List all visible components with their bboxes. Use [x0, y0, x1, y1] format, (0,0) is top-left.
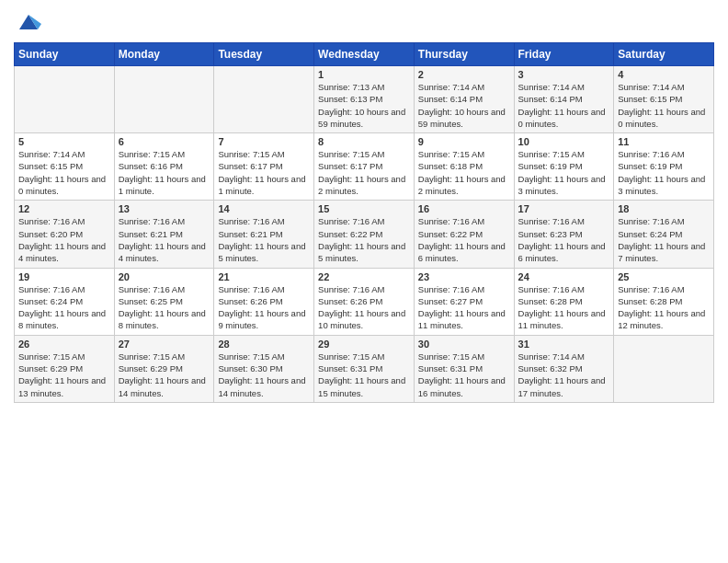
day-number: 27: [119, 339, 210, 350]
calendar-day-cell: 19Sunrise: 7:16 AMSunset: 6:24 PMDayligh…: [15, 268, 115, 335]
day-info-line: Sunset: 6:15 PM: [618, 94, 682, 104]
day-info-line: Sunset: 6:15 PM: [18, 161, 83, 171]
day-number: 9: [418, 136, 510, 147]
day-info-line: Daylight: 11 hours and 17 minutes.: [518, 375, 606, 397]
day-number: 10: [518, 136, 610, 147]
day-info: Sunrise: 7:16 AMSunset: 6:26 PMDaylight:…: [218, 283, 310, 332]
calendar-day-cell: 24Sunrise: 7:16 AMSunset: 6:28 PMDayligh…: [514, 268, 614, 335]
day-number: 3: [518, 69, 610, 80]
calendar-day-cell: 18Sunrise: 7:16 AMSunset: 6:24 PMDayligh…: [614, 201, 714, 268]
day-info-line: Sunrise: 7:16 AM: [18, 216, 85, 226]
day-info-line: Sunrise: 7:14 AM: [618, 82, 684, 92]
calendar-week-row: 5Sunrise: 7:14 AMSunset: 6:15 PMDaylight…: [15, 133, 714, 201]
calendar-day-cell: 14Sunrise: 7:16 AMSunset: 6:21 PMDayligh…: [214, 201, 314, 268]
calendar-day-cell: [114, 66, 214, 133]
day-number: 29: [318, 339, 410, 350]
day-info: Sunrise: 7:16 AMSunset: 6:23 PMDaylight:…: [518, 215, 610, 264]
day-info: Sunrise: 7:14 AMSunset: 6:15 PMDaylight:…: [618, 81, 710, 130]
day-number: 18: [618, 203, 710, 214]
day-info: Sunrise: 7:13 AMSunset: 6:13 PMDaylight:…: [318, 81, 410, 130]
day-info-line: Sunset: 6:21 PM: [119, 229, 183, 239]
day-number: 15: [318, 203, 410, 214]
day-info-line: Daylight: 11 hours and 5 minutes.: [218, 241, 305, 263]
day-info-line: Sunrise: 7:16 AM: [119, 216, 185, 226]
day-info-line: Sunset: 6:19 PM: [618, 161, 682, 171]
calendar-day-cell: 31Sunrise: 7:14 AMSunset: 6:32 PMDayligh…: [514, 335, 614, 402]
day-info-line: Sunset: 6:17 PM: [318, 161, 382, 171]
day-number: 21: [218, 271, 310, 282]
day-info-line: Sunrise: 7:15 AM: [318, 149, 384, 159]
day-info-line: Sunrise: 7:16 AM: [418, 284, 484, 294]
calendar-day-cell: 1Sunrise: 7:13 AMSunset: 6:13 PMDaylight…: [314, 66, 415, 133]
calendar-day-cell: 13Sunrise: 7:16 AMSunset: 6:21 PMDayligh…: [114, 201, 214, 268]
day-number: 14: [218, 203, 310, 214]
day-info-line: Sunrise: 7:16 AM: [618, 149, 684, 159]
calendar-day-cell: 10Sunrise: 7:15 AMSunset: 6:19 PMDayligh…: [514, 133, 614, 201]
day-info: Sunrise: 7:16 AMSunset: 6:28 PMDaylight:…: [518, 283, 610, 332]
calendar-day-cell: 5Sunrise: 7:14 AMSunset: 6:15 PMDaylight…: [15, 133, 115, 201]
day-of-week-header: Thursday: [414, 43, 514, 66]
day-info: Sunrise: 7:15 AMSunset: 6:31 PMDaylight:…: [318, 350, 410, 399]
day-info-line: Sunset: 6:28 PM: [518, 296, 583, 306]
day-info-line: Daylight: 11 hours and 0 minutes.: [18, 174, 106, 196]
day-number: 17: [518, 203, 610, 214]
day-info: Sunrise: 7:16 AMSunset: 6:26 PMDaylight:…: [318, 283, 410, 332]
day-info-line: Sunset: 6:32 PM: [518, 363, 583, 373]
day-of-week-header: Saturday: [614, 43, 714, 66]
day-info-line: Daylight: 11 hours and 4 minutes.: [18, 241, 106, 263]
day-info-line: Daylight: 11 hours and 2 minutes.: [418, 174, 506, 196]
calendar-day-cell: 30Sunrise: 7:15 AMSunset: 6:31 PMDayligh…: [414, 335, 514, 402]
day-info-line: Daylight: 11 hours and 8 minutes.: [18, 308, 106, 330]
calendar-header-row: SundayMondayTuesdayWednesdayThursdayFrid…: [15, 43, 714, 66]
day-info-line: Sunset: 6:31 PM: [318, 363, 382, 373]
day-info: Sunrise: 7:14 AMSunset: 6:14 PMDaylight:…: [518, 81, 610, 130]
day-info: Sunrise: 7:16 AMSunset: 6:22 PMDaylight:…: [418, 215, 510, 264]
day-info-line: Sunrise: 7:15 AM: [318, 351, 384, 362]
day-info-line: Daylight: 11 hours and 11 minutes.: [418, 308, 506, 330]
day-number: 12: [18, 203, 110, 214]
calendar-week-row: 12Sunrise: 7:16 AMSunset: 6:20 PMDayligh…: [15, 201, 714, 268]
day-info-line: Sunrise: 7:15 AM: [119, 351, 185, 362]
day-number: 30: [418, 339, 510, 350]
day-info: Sunrise: 7:15 AMSunset: 6:17 PMDaylight:…: [218, 148, 310, 197]
day-info: Sunrise: 7:16 AMSunset: 6:20 PMDaylight:…: [18, 215, 110, 264]
day-info-line: Sunset: 6:27 PM: [418, 296, 483, 306]
day-info-line: Sunset: 6:28 PM: [618, 296, 682, 306]
calendar-day-cell: 12Sunrise: 7:16 AMSunset: 6:20 PMDayligh…: [15, 201, 115, 268]
day-info-line: Sunset: 6:22 PM: [418, 229, 483, 239]
calendar-day-cell: 3Sunrise: 7:14 AMSunset: 6:14 PMDaylight…: [514, 66, 614, 133]
day-info-line: Daylight: 11 hours and 6 minutes.: [518, 241, 606, 263]
day-number: 2: [418, 69, 510, 80]
day-info-line: Sunset: 6:29 PM: [18, 363, 83, 373]
day-number: 26: [18, 339, 110, 350]
day-info-line: Sunset: 6:26 PM: [218, 296, 282, 306]
day-info: Sunrise: 7:16 AMSunset: 6:28 PMDaylight:…: [618, 283, 710, 332]
day-info-line: Daylight: 10 hours and 59 minutes.: [318, 107, 405, 129]
day-info-line: Sunrise: 7:16 AM: [418, 216, 484, 226]
day-number: 1: [318, 69, 410, 80]
calendar-day-cell: 26Sunrise: 7:15 AMSunset: 6:29 PMDayligh…: [15, 335, 115, 402]
day-info-line: Daylight: 11 hours and 1 minute.: [119, 174, 206, 196]
logo-icon: [16, 9, 41, 35]
calendar-day-cell: 16Sunrise: 7:16 AMSunset: 6:22 PMDayligh…: [414, 201, 514, 268]
calendar-day-cell: 15Sunrise: 7:16 AMSunset: 6:22 PMDayligh…: [314, 201, 415, 268]
day-info: Sunrise: 7:16 AMSunset: 6:19 PMDaylight:…: [618, 148, 710, 197]
day-info-line: Daylight: 11 hours and 14 minutes.: [218, 375, 305, 397]
calendar-day-cell: 7Sunrise: 7:15 AMSunset: 6:17 PMDaylight…: [214, 133, 314, 201]
calendar-day-cell: 17Sunrise: 7:16 AMSunset: 6:23 PMDayligh…: [514, 201, 614, 268]
day-number: 20: [119, 271, 210, 282]
day-info: Sunrise: 7:15 AMSunset: 6:31 PMDaylight:…: [418, 350, 510, 399]
calendar-day-cell: 25Sunrise: 7:16 AMSunset: 6:28 PMDayligh…: [614, 268, 714, 335]
calendar-day-cell: 22Sunrise: 7:16 AMSunset: 6:26 PMDayligh…: [314, 268, 415, 335]
day-number: 19: [18, 271, 110, 282]
day-info-line: Daylight: 11 hours and 7 minutes.: [618, 241, 705, 263]
calendar-day-cell: 29Sunrise: 7:15 AMSunset: 6:31 PMDayligh…: [314, 335, 415, 402]
calendar-table: SundayMondayTuesdayWednesdayThursdayFrid…: [14, 42, 714, 403]
day-info-line: Daylight: 11 hours and 3 minutes.: [618, 174, 705, 196]
day-info-line: Sunset: 6:31 PM: [418, 363, 483, 373]
day-info-line: Sunrise: 7:14 AM: [518, 351, 585, 362]
day-info: Sunrise: 7:16 AMSunset: 6:21 PMDaylight:…: [119, 215, 210, 264]
day-info-line: Sunrise: 7:16 AM: [518, 216, 585, 226]
day-info-line: Daylight: 11 hours and 11 minutes.: [518, 308, 606, 330]
day-info-line: Daylight: 11 hours and 10 minutes.: [318, 308, 405, 330]
